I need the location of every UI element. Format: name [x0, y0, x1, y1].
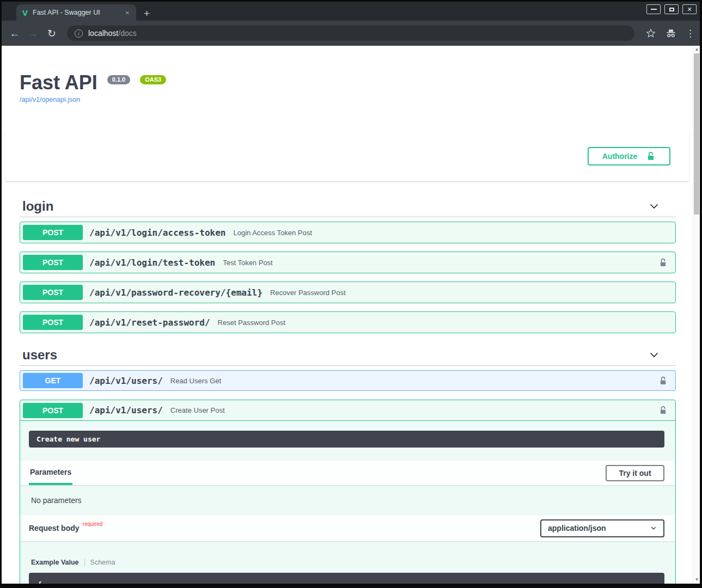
page-scrollbar[interactable]: ▲ ▼ [693, 46, 700, 584]
url-path: /docs [118, 29, 136, 38]
section-title: users [22, 347, 57, 363]
browser-tab[interactable]: V Fast API - Swagger UI ✕ [16, 4, 136, 21]
model-example-tabs: Example Value Schema [31, 559, 675, 566]
media-type-value: application/json [548, 524, 606, 532]
tab-divider [84, 559, 85, 566]
expanded-endpoint-create-user: POST /api/v1/users/ Create User Post Cre… [20, 400, 676, 584]
scrollbar-up-icon[interactable]: ▲ [693, 46, 700, 53]
swagger-content: Fast API 0.1.0 OAS3 /api/v1/openapi.json… [2, 46, 693, 584]
endpoint-path: /api/v1/users/ [89, 376, 163, 386]
endpoint-row-create-user[interactable]: POST /api/v1/users/ Create User Post [20, 400, 675, 421]
chevron-down-icon [650, 525, 657, 531]
endpoint-summary: Read Users Get [170, 377, 658, 385]
endpoint-path: /api/v1/login/test-token [89, 258, 215, 268]
endpoint-summary: Create User Post [170, 406, 658, 414]
scheme-container: Authorize [5, 131, 689, 181]
browser-window: V Fast API - Swagger UI ✕ + ✕ ← → ↻ i lo… [2, 2, 700, 584]
example-code-block: { [29, 573, 664, 584]
auth-lock-button[interactable] [658, 406, 668, 415]
request-body-header: Request bodyrequired application/json [20, 515, 675, 541]
method-badge: POST [23, 255, 83, 270]
section-header-users[interactable]: users [20, 344, 676, 366]
authorize-button[interactable]: Authorize [588, 147, 670, 166]
endpoint-summary: Recover Password Post [270, 289, 668, 297]
method-badge: POST [23, 403, 83, 418]
window-minimize-button[interactable] [646, 4, 661, 14]
tab-example-value[interactable]: Example Value [31, 559, 79, 566]
window-close-button[interactable]: ✕ [682, 4, 697, 14]
try-it-out-button[interactable]: Try it out [606, 465, 664, 481]
openapi-spec-link[interactable]: /api/v1/openapi.json [20, 96, 80, 103]
auth-lock-button[interactable] [658, 376, 668, 385]
endpoint-path: /api/v1/login/access-token [89, 228, 225, 238]
section-title: login [22, 199, 53, 214]
oas3-badge: OAS3 [140, 75, 166, 84]
back-icon[interactable]: ← [8, 28, 21, 39]
authorize-label: Authorize [602, 152, 638, 161]
fastapi-favicon-icon: V [22, 9, 28, 17]
operation-description: Create new user [29, 431, 664, 448]
window-controls: ✕ [646, 4, 697, 14]
endpoint-row-password-recovery[interactable]: POST /api/v1/password-recovery/{email} R… [20, 281, 676, 303]
method-badge: GET [23, 373, 83, 388]
unlocked-padlock-icon [658, 258, 668, 267]
unlocked-padlock-icon [658, 406, 668, 415]
endpoint-row-login-access-token[interactable]: POST /api/v1/login/access-token Login Ac… [20, 222, 676, 243]
endpoint-path: /api/v1/users/ [89, 405, 163, 415]
required-label: required [83, 521, 103, 527]
media-type-select[interactable]: application/json [540, 519, 664, 537]
page-viewport: Fast API 0.1.0 OAS3 /api/v1/openapi.json… [2, 46, 700, 584]
chevron-down-icon[interactable] [649, 350, 660, 360]
method-badge: POST [23, 315, 83, 330]
toolbar-right-icons: ⋮ [645, 27, 693, 39]
method-badge: POST [23, 285, 83, 300]
forward-icon[interactable]: → [27, 28, 40, 39]
page-title: Fast API 0.1.0 OAS3 [20, 72, 676, 94]
minimize-icon [651, 9, 657, 10]
close-icon: ✕ [687, 7, 692, 13]
section-header-login[interactable]: login [20, 195, 676, 217]
endpoint-path: /api/v1/password-recovery/{email} [89, 287, 263, 298]
bookmark-star-icon[interactable] [645, 28, 656, 39]
endpoint-summary: Reset Password Post [218, 318, 668, 327]
tab-close-icon[interactable]: ✕ [123, 9, 132, 17]
maximize-icon [669, 8, 674, 11]
new-tab-button[interactable]: + [144, 8, 150, 19]
auth-lock-button[interactable] [658, 258, 668, 267]
endpoint-row-reset-password[interactable]: POST /api/v1/reset-password/ Reset Passw… [20, 311, 676, 333]
browser-titlebar: V Fast API - Swagger UI ✕ + ✕ [2, 2, 700, 21]
address-bar[interactable]: i localhost /docs [67, 26, 634, 41]
endpoint-summary: Test Token Post [223, 259, 658, 267]
endpoint-row-read-users[interactable]: GET /api/v1/users/ Read Users Get [20, 370, 676, 391]
window-maximize-button[interactable] [664, 4, 679, 14]
reload-icon[interactable]: ↻ [45, 28, 58, 39]
endpoint-path: /api/v1/reset-password/ [89, 317, 210, 328]
unlocked-padlock-icon [658, 376, 668, 385]
parameters-header: Parameters Try it out [20, 461, 675, 485]
browser-toolbar: ← → ↻ i localhost /docs ⋮ [2, 21, 700, 46]
url-host: localhost [88, 29, 118, 38]
request-body-label: Request body [29, 524, 80, 532]
api-title-text: Fast API [20, 71, 97, 94]
endpoint-summary: Login Access Token Post [233, 229, 668, 237]
version-badge: 0.1.0 [107, 75, 130, 84]
site-info-icon[interactable]: i [75, 29, 83, 38]
parameters-tab: Parameters [29, 461, 72, 485]
endpoint-row-login-test-token[interactable]: POST /api/v1/login/test-token Test Token… [20, 252, 676, 273]
scrollbar-thumb[interactable] [694, 53, 699, 215]
chevron-down-icon[interactable] [649, 201, 660, 212]
unlocked-padlock-icon [646, 151, 656, 161]
browser-menu-icon[interactable]: ⋮ [686, 29, 693, 38]
method-badge: POST [23, 225, 83, 240]
incognito-icon [665, 27, 677, 39]
tab-title: Fast API - Swagger UI [33, 9, 123, 16]
tab-schema[interactable]: Schema [90, 559, 115, 566]
no-parameters-text: No parameters [20, 485, 675, 515]
scrollbar-down-icon[interactable]: ▼ [693, 577, 700, 583]
